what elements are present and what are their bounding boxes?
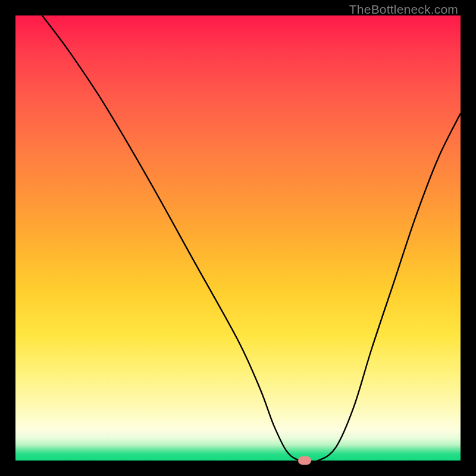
chart-frame: TheBottleneck.com [0, 0, 476, 476]
watermark-text: TheBottleneck.com [349, 2, 458, 17]
chart-plot-area [15, 15, 461, 461]
bottleneck-curve [15, 15, 461, 461]
bottleneck-marker [298, 456, 311, 465]
